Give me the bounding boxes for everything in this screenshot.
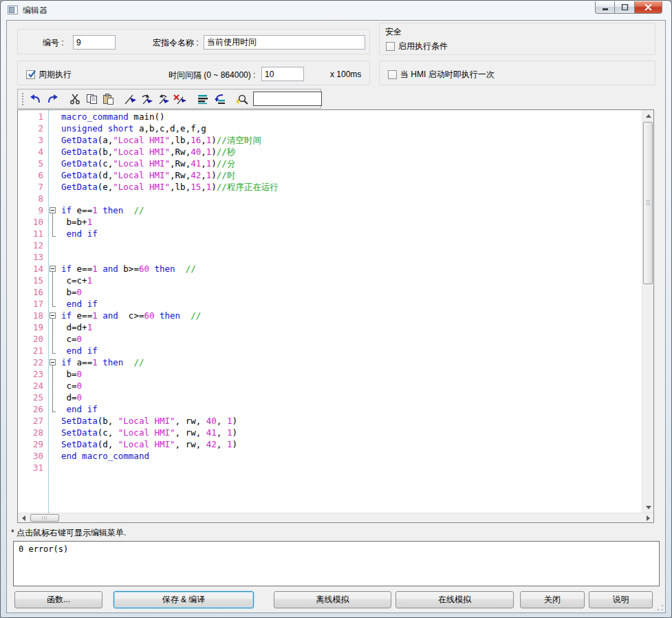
fold-marker[interactable] — [45, 298, 61, 310]
code-line[interactable]: 25 d=0 — [18, 392, 642, 403]
title-bar[interactable]: 编辑器 — [1, 1, 671, 20]
line-number[interactable]: 25 — [18, 392, 45, 403]
search-input[interactable] — [253, 92, 322, 106]
line-number[interactable]: 15 — [18, 275, 45, 286]
line-number[interactable]: 2 — [18, 122, 45, 134]
code-line[interactable]: 16 b=0 — [18, 286, 642, 298]
code-line[interactable]: 20 c=0 — [18, 333, 642, 345]
redo-icon[interactable] — [44, 92, 61, 107]
code-line[interactable]: 30end macro_command — [18, 450, 642, 462]
line-number[interactable]: 20 — [18, 333, 45, 345]
line-number[interactable]: 12 — [18, 239, 45, 251]
line-number[interactable]: 10 — [18, 216, 45, 228]
fold-marker[interactable] — [45, 216, 61, 228]
interval-input[interactable] — [261, 67, 304, 81]
fold-marker[interactable] — [45, 321, 61, 333]
code-line[interactable]: 4GetData(b,"Local HMI",Rw,40,1)//秒 — [18, 146, 642, 158]
functions-button[interactable]: 函数... — [14, 591, 102, 608]
line-number[interactable]: 18 — [18, 310, 45, 321]
online-simulation-button[interactable]: 在线模拟 — [395, 591, 514, 608]
fold-marker[interactable] — [45, 403, 61, 415]
horizontal-scrollbar[interactable] — [18, 513, 653, 522]
checkbox-box-checked[interactable] — [26, 70, 35, 79]
checkbox-box[interactable] — [386, 42, 395, 51]
code-editor[interactable]: 1macro_command main()2unsigned short a,b… — [17, 109, 654, 523]
line-number[interactable]: 19 — [18, 321, 45, 333]
find-icon[interactable] — [234, 92, 250, 107]
line-number[interactable]: 30 — [18, 450, 45, 462]
code-line[interactable]: 3GetData(a,"Local HMI",lb,16,1)//清空时间 — [18, 134, 642, 146]
line-number[interactable]: 26 — [18, 403, 45, 415]
line-number[interactable]: 31 — [18, 462, 45, 473]
macro-name-input[interactable] — [204, 35, 365, 50]
line-number[interactable]: 23 — [18, 368, 45, 380]
bookmark-clear-icon[interactable] — [172, 92, 188, 107]
line-number[interactable]: 3 — [18, 134, 45, 146]
line-number[interactable]: 11 — [18, 228, 45, 239]
bookmark-prev-icon[interactable] — [155, 92, 172, 107]
scroll-up-button[interactable] — [642, 110, 654, 121]
paste-icon[interactable] — [100, 92, 116, 107]
code-line[interactable]: 11 end if — [18, 228, 642, 239]
macro-id-input[interactable] — [73, 35, 116, 50]
close-button[interactable] — [635, 1, 662, 14]
periodic-checkbox[interactable]: 周期执行 — [26, 69, 72, 81]
code-line[interactable]: 28SetData(c, "Local HMI", rw, 41, 1) — [18, 427, 642, 438]
fold-marker[interactable] — [45, 263, 61, 275]
code-line[interactable]: 31 — [18, 462, 642, 473]
scroll-down-button[interactable] — [642, 502, 654, 513]
line-number[interactable]: 21 — [18, 345, 45, 356]
code-line[interactable]: 17 end if — [18, 298, 642, 310]
code-line[interactable]: 13 — [18, 251, 642, 263]
code-line[interactable]: 21 end if — [18, 345, 642, 356]
fold-marker[interactable] — [45, 228, 61, 239]
code-line[interactable]: 29SetData(d, "Local HMI", rw, 42, 1) — [18, 438, 642, 450]
line-number[interactable]: 28 — [18, 427, 45, 438]
code-line[interactable]: 24 c=0 — [18, 380, 642, 392]
scroll-right-button[interactable] — [642, 513, 653, 522]
line-number[interactable]: 24 — [18, 380, 45, 392]
fold-marker[interactable] — [45, 392, 61, 403]
code-line[interactable]: 2unsigned short a,b,c,d,e,f,g — [18, 122, 642, 134]
minimize-button[interactable] — [595, 1, 615, 14]
close-dialog-button[interactable]: 关闭 — [520, 591, 585, 608]
line-number[interactable]: 27 — [18, 415, 45, 427]
resize-grip[interactable] — [657, 604, 664, 611]
fold-marker[interactable] — [45, 356, 61, 368]
code-line[interactable]: 22if a==1 then // — [18, 356, 642, 368]
code-line[interactable]: 15 c=c+1 — [18, 275, 642, 286]
line-number[interactable]: 1 — [18, 111, 45, 122]
undo-icon[interactable] — [28, 92, 44, 107]
code-line[interactable]: 27SetData(b, "Local HMI", rw, 40, 1) — [18, 415, 642, 427]
fold-marker[interactable] — [45, 310, 61, 321]
bookmark-next-icon[interactable] — [139, 92, 155, 107]
line-number[interactable]: 14 — [18, 263, 45, 275]
indent-icon[interactable] — [195, 92, 211, 107]
help-button[interactable]: 说明 — [589, 591, 653, 608]
code-line[interactable]: 10 b=b+1 — [18, 216, 642, 228]
line-number[interactable]: 16 — [18, 286, 45, 298]
line-number[interactable]: 13 — [18, 251, 45, 263]
code-line[interactable]: 12 — [18, 239, 642, 251]
vertical-scrollbar[interactable] — [642, 110, 653, 513]
line-number[interactable]: 17 — [18, 298, 45, 310]
code-line[interactable]: 6GetData(d,"Local HMI",Rw,42,1)//时 — [18, 169, 642, 181]
line-number[interactable]: 9 — [18, 204, 45, 216]
maximize-button[interactable] — [615, 1, 635, 14]
line-number[interactable]: 6 — [18, 169, 45, 181]
checkbox-box[interactable] — [388, 70, 397, 79]
offline-simulation-button[interactable]: 离线模拟 — [274, 591, 391, 608]
line-number[interactable]: 4 — [18, 146, 45, 158]
fold-marker[interactable] — [45, 286, 61, 298]
fold-marker[interactable] — [45, 380, 61, 392]
code-line[interactable]: 19 d=d+1 — [18, 321, 642, 333]
save-compile-button[interactable]: 保存 & 编译 — [113, 591, 254, 608]
code-line[interactable]: 1macro_command main() — [18, 111, 642, 122]
line-number[interactable]: 5 — [18, 158, 45, 169]
run-once-checkbox[interactable]: 当 HMI 启动时即执行一次 — [388, 69, 495, 81]
line-number[interactable]: 7 — [18, 181, 45, 193]
line-number[interactable]: 29 — [18, 438, 45, 450]
line-number[interactable]: 22 — [18, 356, 45, 368]
code-line[interactable]: 26 end if — [18, 403, 642, 415]
bookmark-toggle-icon[interactable] — [122, 92, 139, 107]
